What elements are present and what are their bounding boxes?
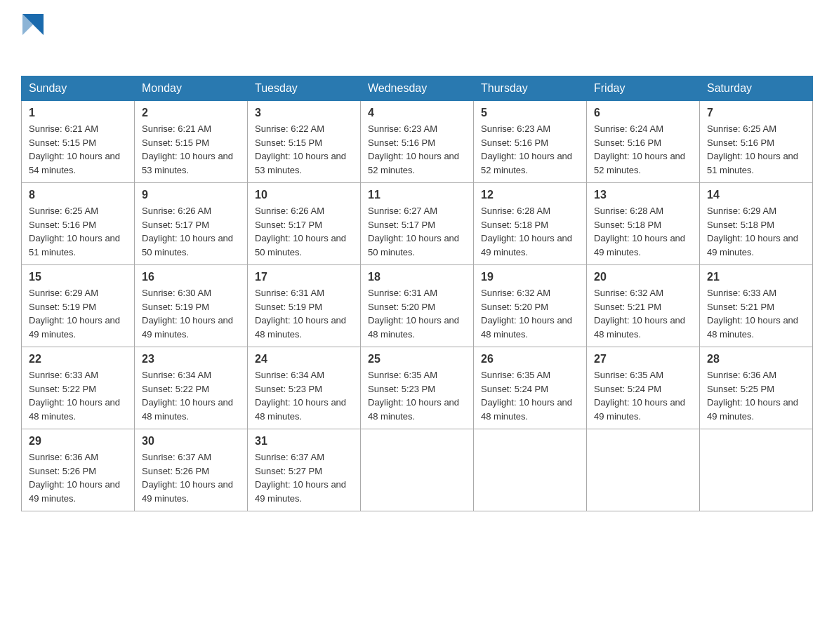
day-cell: 27Sunrise: 6:35 AMSunset: 5:24 PMDayligh… [587, 347, 700, 429]
day-cell: 29Sunrise: 6:36 AMSunset: 5:26 PMDayligh… [22, 429, 135, 511]
week-row-4: 22Sunrise: 6:33 AMSunset: 5:22 PMDayligh… [22, 347, 813, 429]
day-cell: 20Sunrise: 6:32 AMSunset: 5:21 PMDayligh… [587, 265, 700, 347]
day-cell [700, 429, 813, 511]
day-number: 16 [142, 271, 240, 283]
day-cell: 11Sunrise: 6:27 AMSunset: 5:17 PMDayligh… [361, 183, 474, 265]
day-number: 27 [594, 353, 692, 365]
day-number: 20 [594, 271, 692, 283]
day-info: Sunrise: 6:29 AMSunset: 5:19 PMDaylight:… [29, 286, 127, 341]
day-cell: 4Sunrise: 6:23 AMSunset: 5:16 PMDaylight… [361, 101, 474, 183]
day-cell: 10Sunrise: 6:26 AMSunset: 5:17 PMDayligh… [248, 183, 361, 265]
day-info: Sunrise: 6:21 AMSunset: 5:15 PMDaylight:… [29, 122, 127, 177]
day-info: Sunrise: 6:32 AMSunset: 5:20 PMDaylight:… [481, 286, 579, 341]
day-cell: 19Sunrise: 6:32 AMSunset: 5:20 PMDayligh… [474, 265, 587, 347]
day-number: 1 [29, 107, 127, 119]
day-cell: 16Sunrise: 6:30 AMSunset: 5:19 PMDayligh… [135, 265, 248, 347]
col-header-sunday: Sunday [22, 76, 135, 101]
day-number: 9 [142, 189, 240, 201]
day-info: Sunrise: 6:34 AMSunset: 5:22 PMDaylight:… [142, 368, 240, 423]
day-cell: 7Sunrise: 6:25 AMSunset: 5:16 PMDaylight… [700, 101, 813, 183]
day-cell: 26Sunrise: 6:35 AMSunset: 5:24 PMDayligh… [474, 347, 587, 429]
day-info: Sunrise: 6:28 AMSunset: 5:18 PMDaylight:… [481, 204, 579, 259]
day-cell: 5Sunrise: 6:23 AMSunset: 5:16 PMDaylight… [474, 101, 587, 183]
logo-text [21, 14, 44, 62]
col-header-monday: Monday [135, 76, 248, 101]
page-header [21, 14, 813, 62]
day-cell: 23Sunrise: 6:34 AMSunset: 5:22 PMDayligh… [135, 347, 248, 429]
day-number: 31 [255, 435, 353, 448]
day-cell: 31Sunrise: 6:37 AMSunset: 5:27 PMDayligh… [248, 429, 361, 511]
day-number: 8 [29, 189, 127, 201]
day-cell: 22Sunrise: 6:33 AMSunset: 5:22 PMDayligh… [22, 347, 135, 429]
day-cell: 9Sunrise: 6:26 AMSunset: 5:17 PMDaylight… [135, 183, 248, 265]
day-info: Sunrise: 6:23 AMSunset: 5:16 PMDaylight:… [368, 122, 466, 177]
day-number: 3 [255, 107, 353, 119]
week-row-3: 15Sunrise: 6:29 AMSunset: 5:19 PMDayligh… [22, 265, 813, 347]
col-header-friday: Friday [587, 76, 700, 101]
day-cell: 15Sunrise: 6:29 AMSunset: 5:19 PMDayligh… [22, 265, 135, 347]
week-row-5: 29Sunrise: 6:36 AMSunset: 5:26 PMDayligh… [22, 429, 813, 511]
day-cell [587, 429, 700, 511]
day-info: Sunrise: 6:25 AMSunset: 5:16 PMDaylight:… [707, 122, 805, 177]
day-cell: 18Sunrise: 6:31 AMSunset: 5:20 PMDayligh… [361, 265, 474, 347]
day-info: Sunrise: 6:22 AMSunset: 5:15 PMDaylight:… [255, 122, 353, 177]
day-number: 2 [142, 107, 240, 119]
day-info: Sunrise: 6:31 AMSunset: 5:20 PMDaylight:… [368, 286, 466, 341]
day-info: Sunrise: 6:21 AMSunset: 5:15 PMDaylight:… [142, 122, 240, 177]
day-info: Sunrise: 6:28 AMSunset: 5:18 PMDaylight:… [594, 204, 692, 259]
calendar-header-row: SundayMondayTuesdayWednesdayThursdayFrid… [22, 76, 813, 101]
day-info: Sunrise: 6:29 AMSunset: 5:18 PMDaylight:… [707, 204, 805, 259]
day-info: Sunrise: 6:37 AMSunset: 5:26 PMDaylight:… [142, 450, 240, 505]
day-info: Sunrise: 6:30 AMSunset: 5:19 PMDaylight:… [142, 286, 240, 341]
day-number: 4 [368, 107, 466, 119]
day-info: Sunrise: 6:26 AMSunset: 5:17 PMDaylight:… [142, 204, 240, 259]
day-info: Sunrise: 6:27 AMSunset: 5:17 PMDaylight:… [368, 204, 466, 259]
day-info: Sunrise: 6:37 AMSunset: 5:27 PMDaylight:… [255, 450, 353, 505]
col-header-thursday: Thursday [474, 76, 587, 101]
day-number: 12 [481, 189, 579, 201]
day-number: 29 [29, 435, 127, 448]
week-row-1: 1Sunrise: 6:21 AMSunset: 5:15 PMDaylight… [22, 101, 813, 183]
day-number: 11 [368, 189, 466, 201]
day-number: 19 [481, 271, 579, 283]
day-cell [474, 429, 587, 511]
day-number: 6 [594, 107, 692, 119]
col-header-saturday: Saturday [700, 76, 813, 101]
day-info: Sunrise: 6:35 AMSunset: 5:23 PMDaylight:… [368, 368, 466, 423]
day-info: Sunrise: 6:32 AMSunset: 5:21 PMDaylight:… [594, 286, 692, 341]
day-cell: 1Sunrise: 6:21 AMSunset: 5:15 PMDaylight… [22, 101, 135, 183]
day-number: 17 [255, 271, 353, 283]
day-cell: 12Sunrise: 6:28 AMSunset: 5:18 PMDayligh… [474, 183, 587, 265]
day-info: Sunrise: 6:24 AMSunset: 5:16 PMDaylight:… [594, 122, 692, 177]
day-info: Sunrise: 6:31 AMSunset: 5:19 PMDaylight:… [255, 286, 353, 341]
day-number: 5 [481, 107, 579, 119]
day-cell: 8Sunrise: 6:25 AMSunset: 5:16 PMDaylight… [22, 183, 135, 265]
day-number: 26 [481, 353, 579, 365]
day-number: 30 [142, 435, 240, 448]
day-number: 24 [255, 353, 353, 365]
day-number: 18 [368, 271, 466, 283]
day-number: 15 [29, 271, 127, 283]
day-cell: 3Sunrise: 6:22 AMSunset: 5:15 PMDaylight… [248, 101, 361, 183]
day-info: Sunrise: 6:35 AMSunset: 5:24 PMDaylight:… [594, 368, 692, 423]
day-cell: 14Sunrise: 6:29 AMSunset: 5:18 PMDayligh… [700, 183, 813, 265]
day-number: 10 [255, 189, 353, 201]
day-info: Sunrise: 6:34 AMSunset: 5:23 PMDaylight:… [255, 368, 353, 423]
day-info: Sunrise: 6:23 AMSunset: 5:16 PMDaylight:… [481, 122, 579, 177]
day-cell: 13Sunrise: 6:28 AMSunset: 5:18 PMDayligh… [587, 183, 700, 265]
day-number: 13 [594, 189, 692, 201]
day-number: 23 [142, 353, 240, 365]
day-cell: 30Sunrise: 6:37 AMSunset: 5:26 PMDayligh… [135, 429, 248, 511]
day-cell [361, 429, 474, 511]
day-cell: 2Sunrise: 6:21 AMSunset: 5:15 PMDaylight… [135, 101, 248, 183]
logo [21, 14, 44, 62]
day-cell: 21Sunrise: 6:33 AMSunset: 5:21 PMDayligh… [700, 265, 813, 347]
logo-icon [22, 14, 44, 35]
day-cell: 25Sunrise: 6:35 AMSunset: 5:23 PMDayligh… [361, 347, 474, 429]
day-number: 22 [29, 353, 127, 365]
day-info: Sunrise: 6:26 AMSunset: 5:17 PMDaylight:… [255, 204, 353, 259]
day-info: Sunrise: 6:33 AMSunset: 5:22 PMDaylight:… [29, 368, 127, 423]
col-header-tuesday: Tuesday [248, 76, 361, 101]
day-number: 7 [707, 107, 805, 119]
day-cell: 6Sunrise: 6:24 AMSunset: 5:16 PMDaylight… [587, 101, 700, 183]
